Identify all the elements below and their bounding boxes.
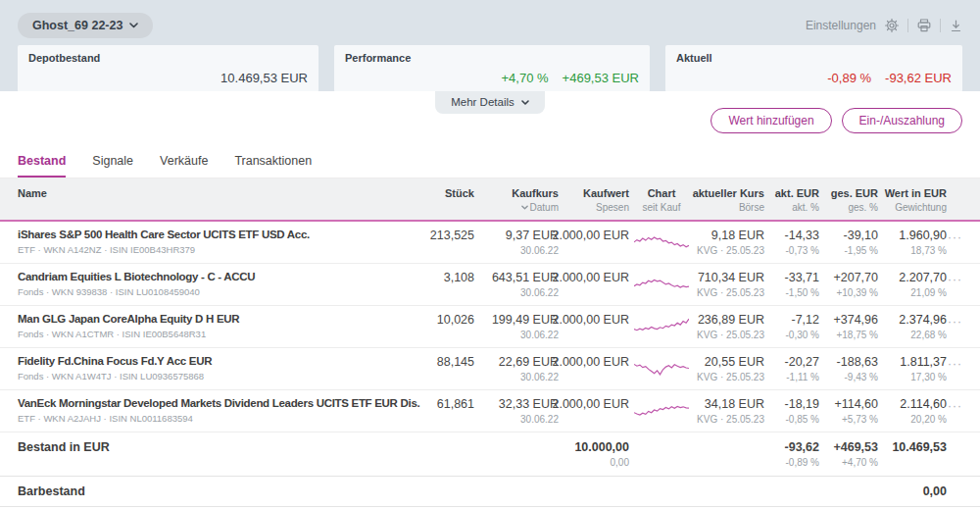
col-name: Name — [18, 187, 47, 199]
kaufwert-value: 2.000,00 EUR — [552, 271, 629, 284]
portfolio-header-band: Ghost_69 22-23 Einstellungen — [0, 0, 980, 91]
ges-pct-value: -1,95 % — [845, 245, 878, 256]
ges-eur-value: +207,70 — [833, 271, 878, 284]
summary-ges-pct: +4,70 % — [842, 457, 878, 468]
toolbar-strip: Mehr Details Wert hinzufügen Ein-/Auszah… — [0, 91, 980, 145]
stueck-value: 10,026 — [437, 313, 474, 327]
kurs-value: 710,34 EUR — [698, 271, 764, 284]
table-header: Name Stück Kaufkurs Datum Kaufwert Spese… — [0, 178, 980, 222]
kauf-datum: 30.06.22 — [520, 372, 559, 382]
col-wert-in-eur: Wert in EUR — [885, 187, 947, 199]
kaufwert-value: 2.000,00 EUR — [552, 229, 629, 242]
row-menu-icon[interactable]: ··· — [948, 401, 962, 411]
depot-card-value: 10.469,53 EUR — [220, 71, 308, 85]
sparkline-chart — [634, 315, 689, 336]
table-row: Fidelity Fd.China Focus Fd.Y Acc EUR Fon… — [0, 348, 980, 390]
sparkline-chart — [634, 357, 689, 379]
table-row: iShares S&P 500 Health Care Sector UCITS… — [0, 222, 980, 264]
portfolio-selector[interactable]: Ghost_69 22-23 — [18, 13, 153, 38]
kauf-datum: 30.06.22 — [520, 287, 559, 298]
instrument-name[interactable]: Man GLG Japan CoreAlpha Equity D H EUR — [18, 313, 239, 325]
tab-signale[interactable]: Signale — [92, 154, 133, 178]
instrument-name[interactable]: iShares S&P 500 Health Care Sector UCITS… — [18, 229, 310, 240]
instrument-meta: ETF · WKN A142NZ · ISIN IE00B43HR379 — [18, 244, 195, 255]
summary-spesen: 0,00 — [611, 457, 629, 468]
boerse-info: KVG · 25.05.23 — [697, 287, 764, 298]
ges-pct-value: +5,73 % — [842, 414, 878, 425]
kurs-value: 9,18 EUR — [711, 229, 764, 242]
wert-value: 1.960,90 — [899, 229, 947, 242]
kurs-value: 236,89 EUR — [698, 313, 764, 327]
wert-value: 2.374,96 — [899, 313, 947, 327]
depot-value-card: Depotbestand 10.469,53 EUR — [18, 45, 318, 92]
instrument-name[interactable]: VanEck Morningstar Developed Markets Div… — [18, 397, 419, 409]
kaufkurs-value: 22,69 EUR — [499, 355, 559, 369]
instrument-meta: Fonds · WKN 939838 · ISIN LU0108459040 — [18, 286, 200, 297]
row-menu-icon[interactable]: ··· — [948, 359, 962, 369]
wert-value: 2.114,60 — [900, 397, 947, 411]
tab-verkaeufe[interactable]: Verkäufe — [160, 154, 208, 178]
akt-eur-value: -18,19 — [785, 397, 819, 411]
sparkline-chart — [634, 273, 689, 294]
akt-eur-value: -20,27 — [785, 355, 819, 369]
akt-pct-value: -0,73 % — [786, 245, 819, 256]
settings-label[interactable]: Einstellungen — [806, 19, 876, 32]
gewichtung-value: 21,09 % — [910, 287, 947, 298]
tab-transaktionen[interactable]: Transaktionen — [234, 154, 312, 178]
akt-pct-value: -0,30 % — [786, 330, 819, 340]
col-akt-eur: akt. EUR — [775, 187, 819, 199]
instrument-meta: ETF · WKN A2JAHJ · ISIN NL0011683594 — [18, 413, 193, 424]
stueck-value: 61,861 — [437, 397, 474, 411]
row-menu-icon[interactable]: ··· — [948, 275, 962, 284]
boerse-info: KVG · 25.05.23 — [697, 372, 764, 382]
row-menu-icon[interactable]: ··· — [948, 232, 962, 242]
performance-value: +469,53 EUR — [563, 71, 639, 85]
row-menu-icon[interactable]: ··· — [948, 317, 962, 327]
kauf-datum: 30.06.22 — [520, 330, 559, 340]
sparkline-chart — [634, 230, 689, 252]
summary-label: Barbestand — [18, 484, 85, 498]
col-kaufkurs[interactable]: Kaufkurs Datum — [474, 187, 559, 213]
kurs-value: 20,55 EUR — [705, 355, 764, 369]
summary-row-barbestand: Barbestand 0,00 — [0, 477, 980, 507]
wert-value: 2.207,70 — [899, 271, 947, 284]
akt-eur-value: -14,33 — [785, 229, 819, 242]
stueck-value: 213,525 — [430, 229, 474, 242]
gewichtung-value: 22,68 % — [910, 330, 947, 340]
kaufkurs-value: 9,37 EUR — [506, 229, 559, 242]
more-details-button[interactable]: Mehr Details — [435, 91, 545, 114]
gewichtung-value: 18,73 % — [910, 245, 947, 256]
instrument-name[interactable]: Candriam Equities L Biotechnology - C - … — [18, 271, 255, 282]
add-value-button[interactable]: Wert hinzufügen — [710, 108, 831, 133]
summary-label: Bestand in EUR — [18, 440, 110, 454]
ges-pct-value: +10,39 % — [836, 287, 878, 298]
chevron-down-icon — [129, 23, 138, 28]
table-row: Candriam Equities L Biotechnology - C - … — [0, 264, 980, 306]
table-row: Man GLG Japan CoreAlpha Equity D H EUR F… — [0, 306, 980, 348]
stueck-value: 88,145 — [437, 355, 474, 369]
gear-icon[interactable] — [885, 19, 899, 32]
ges-eur-value: -188,63 — [837, 355, 878, 369]
akt-eur-value: -33,71 — [785, 271, 819, 284]
printer-icon[interactable] — [917, 19, 931, 32]
col-kaufwert: Kaufwert — [583, 187, 629, 199]
col-stueck: Stück — [445, 187, 474, 199]
instrument-meta: Fonds · WKN A1W4TJ · ISIN LU0936575868 — [18, 371, 204, 382]
summary-wert: 0,00 — [923, 484, 947, 498]
instrument-name[interactable]: Fidelity Fd.China Focus Fd.Y Acc EUR — [18, 355, 212, 367]
settings-toolbar: Einstellungen — [806, 19, 962, 32]
deposit-withdrawal-button[interactable]: Ein-/Auszahlung — [842, 108, 962, 133]
boerse-info: KVG · 25.05.23 — [697, 245, 764, 256]
akt-eur-value: -7,12 — [792, 313, 820, 327]
summary-akt-eur: -93,62 — [785, 440, 819, 454]
kaufwert-value: 2.000,00 EUR — [552, 313, 629, 327]
aktuell-card-label: Aktuell — [676, 52, 952, 64]
akt-pct-value: -1,50 % — [786, 287, 819, 298]
kaufkurs-value: 199,49 EUR — [492, 313, 559, 327]
tab-bestand[interactable]: Bestand — [18, 154, 66, 178]
aktuell-card: Aktuell -0,89 % -93,62 EUR — [665, 45, 962, 92]
kauf-datum: 30.06.22 — [520, 245, 559, 256]
ges-eur-value: -39,10 — [844, 229, 878, 242]
col-chart: Chart — [648, 187, 676, 199]
download-icon[interactable] — [950, 20, 962, 32]
